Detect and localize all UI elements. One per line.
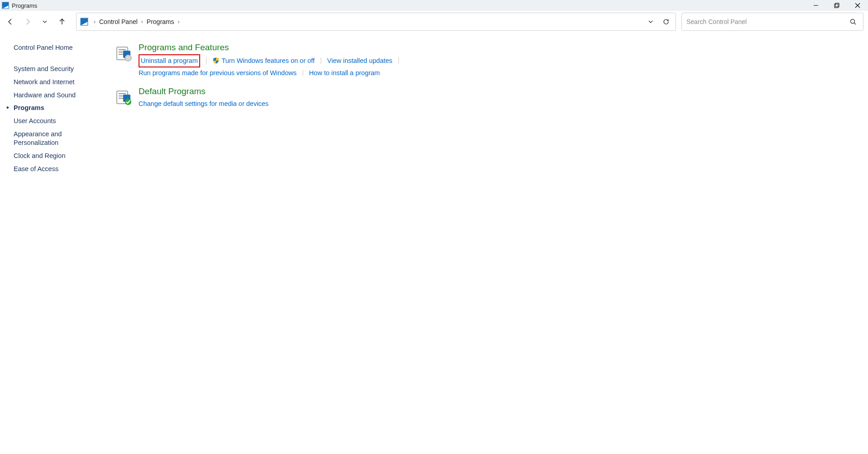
- up-button[interactable]: [54, 14, 70, 29]
- window-title: Programs: [12, 2, 37, 9]
- category-title[interactable]: Default Programs: [139, 86, 859, 96]
- svg-rect-3: [835, 3, 839, 7]
- category-default-programs: Default Programs Change default settings…: [115, 86, 859, 110]
- svg-point-7: [850, 19, 854, 23]
- default-programs-icon: [115, 88, 133, 106]
- svg-point-20: [125, 99, 131, 105]
- toolbar: › Control Panel › Programs ›: [0, 11, 868, 33]
- view-updates-link[interactable]: View installed updates: [327, 55, 393, 67]
- sidebar-item-ease-of-access[interactable]: Ease of Access: [14, 165, 109, 173]
- sidebar: Control Panel Home System and Security N…: [0, 33, 109, 454]
- category-programs-features: Programs and Features Uninstall a progra…: [115, 43, 859, 78]
- sidebar-item-system-security[interactable]: System and Security: [14, 65, 109, 73]
- close-button[interactable]: [847, 0, 868, 11]
- programs-features-icon: [115, 44, 133, 62]
- svg-rect-2: [834, 4, 838, 8]
- sidebar-item-clock-region[interactable]: Clock and Region: [14, 152, 109, 160]
- windows-features-link[interactable]: Turn Windows features on or off: [221, 55, 315, 67]
- search-input[interactable]: [686, 18, 848, 25]
- minimize-button[interactable]: [806, 0, 826, 11]
- back-button[interactable]: [3, 14, 18, 29]
- how-to-install-link[interactable]: How to install a program: [309, 67, 380, 79]
- uninstall-program-link[interactable]: Uninstall a program: [141, 57, 198, 64]
- refresh-button[interactable]: [658, 14, 674, 29]
- chevron-right-icon[interactable]: ›: [91, 19, 98, 25]
- titlebar: Programs: [0, 0, 868, 11]
- history-dropdown-button[interactable]: [643, 14, 658, 29]
- search-icon[interactable]: [848, 16, 858, 27]
- control-panel-icon: [80, 18, 88, 26]
- breadcrumb-item[interactable]: Programs: [146, 16, 175, 27]
- sidebar-item-user-accounts[interactable]: User Accounts: [14, 117, 109, 125]
- compatibility-link[interactable]: Run programs made for previous versions …: [139, 67, 297, 79]
- main-content: Programs and Features Uninstall a progra…: [109, 33, 868, 454]
- separator: |: [297, 67, 309, 78]
- svg-line-8: [854, 23, 856, 24]
- sidebar-item-network-internet[interactable]: Network and Internet: [14, 78, 109, 86]
- sidebar-item-appearance[interactable]: Appearance and Personalization: [14, 130, 77, 147]
- separator: |: [315, 55, 327, 66]
- search-box[interactable]: [681, 13, 863, 31]
- category-title[interactable]: Programs and Features: [139, 43, 859, 53]
- svg-point-14: [125, 55, 131, 61]
- maximize-button[interactable]: [826, 0, 847, 11]
- default-settings-link[interactable]: Change default settings for media or dev…: [139, 98, 269, 110]
- separator: |: [200, 55, 213, 66]
- chevron-right-icon[interactable]: ›: [139, 19, 146, 25]
- chevron-right-icon[interactable]: ›: [175, 19, 182, 25]
- sidebar-item-hardware-sound[interactable]: Hardware and Sound: [14, 91, 109, 100]
- address-bar[interactable]: › Control Panel › Programs ›: [76, 13, 676, 31]
- control-panel-icon: [2, 2, 9, 9]
- recent-locations-button[interactable]: [37, 14, 53, 29]
- sidebar-home-link[interactable]: Control Panel Home: [14, 43, 109, 52]
- breadcrumb-item[interactable]: Control Panel: [98, 16, 139, 27]
- forward-button[interactable]: [20, 14, 35, 29]
- highlight-box: Uninstall a program: [139, 54, 200, 67]
- separator: |: [393, 55, 405, 66]
- sidebar-item-programs[interactable]: Programs: [14, 104, 109, 112]
- shield-icon: [212, 57, 220, 64]
